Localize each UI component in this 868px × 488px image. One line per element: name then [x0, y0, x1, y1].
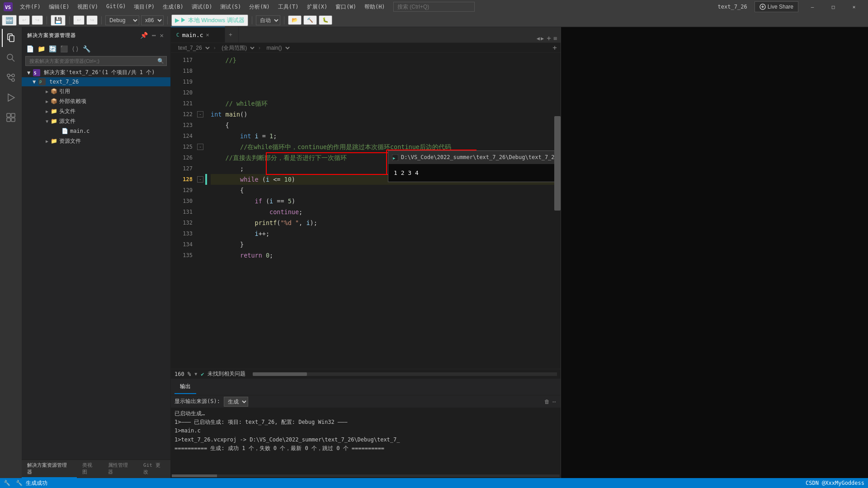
- save-all-button[interactable]: 💾: [51, 15, 66, 26]
- scope-dropdown[interactable]: (全局范围): [218, 44, 256, 52]
- output-scrollbar-track[interactable]: [172, 474, 560, 477]
- output-source-dropdown[interactable]: 生成: [224, 397, 248, 407]
- menu-build[interactable]: 生成(B): [159, 2, 187, 12]
- redo2-button[interactable]: ↪: [86, 15, 98, 25]
- tree-item-resources[interactable]: ▶ 📁 资源文件: [22, 136, 170, 146]
- chevron-down-icon: ▼: [43, 119, 51, 124]
- platform-dropdown[interactable]: x86 x64: [141, 15, 164, 25]
- redo-button[interactable]: ↪: [32, 15, 43, 25]
- sidebar-new-folder-icon[interactable]: 📁: [37, 44, 46, 53]
- split-editor-icon[interactable]: ⊞: [554, 35, 557, 42]
- menu-project[interactable]: 项目(P): [130, 2, 158, 12]
- open-folder-button[interactable]: 📂: [288, 15, 302, 25]
- output-line-5: ========== 生成: 成功 1 个，失败 0 个，最新 0 个，跳过 0…: [175, 444, 557, 453]
- sidebar-close-icon[interactable]: ✕: [159, 31, 165, 40]
- h-scrollbar-thumb[interactable]: [253, 372, 307, 376]
- fold-button-128[interactable]: -: [197, 176, 203, 183]
- undo2-button[interactable]: ↩: [73, 15, 85, 25]
- file-location-dropdown[interactable]: text_7_26: [175, 44, 211, 52]
- tab-solution-explorer[interactable]: 解决方案资源管理器: [22, 460, 77, 478]
- sidebar-more-icon[interactable]: ⋯: [151, 31, 157, 40]
- fold-125[interactable]: -: [196, 141, 205, 152]
- global-search-input[interactable]: [393, 2, 475, 12]
- menu-file[interactable]: 文件(F): [16, 2, 44, 12]
- debug-button2[interactable]: 🐛: [319, 15, 332, 25]
- sidebar-code-icon[interactable]: ⟨⟩: [71, 44, 80, 53]
- fold-button-122[interactable]: -: [197, 111, 203, 117]
- sidebar-new-file-icon[interactable]: 📄: [25, 44, 35, 53]
- fold-122[interactable]: -: [196, 109, 205, 120]
- menu-extensions[interactable]: 扩展(X): [303, 2, 331, 12]
- sidebar-filter-icon[interactable]: 🔧: [82, 44, 91, 53]
- output-tab[interactable]: 输出: [175, 380, 196, 394]
- close-button[interactable]: ✕: [844, 0, 864, 14]
- code-content[interactable]: //} // while循环 int main(): [207, 53, 554, 369]
- sidebar-collapse-icon[interactable]: ⬛: [59, 44, 69, 53]
- editor-tab-main-c[interactable]: C main.c ✕: [171, 27, 225, 42]
- scrollbar-track[interactable]: [554, 53, 561, 369]
- tab-property-manager[interactable]: 属性管理器: [103, 460, 138, 478]
- csdn-label: CSDN @XxxMyGoddess: [806, 480, 864, 486]
- file-c-icon: 📄: [61, 128, 68, 134]
- add-line-icon[interactable]: +: [552, 43, 557, 52]
- auto-dropdown[interactable]: 自动: [256, 15, 280, 25]
- menu-edit[interactable]: 编辑(E): [45, 2, 73, 12]
- menu-help[interactable]: 帮助(H): [361, 2, 389, 12]
- menu-tools[interactable]: 工具(T): [274, 2, 302, 12]
- output-scrollbar-thumb[interactable]: [172, 474, 217, 477]
- fold-button-125[interactable]: -: [197, 144, 203, 150]
- zoom-dropdown-icon[interactable]: ▼: [194, 371, 197, 376]
- line-num-127: 127: [171, 163, 196, 174]
- separator-4: [167, 16, 168, 24]
- output-wrap-button[interactable]: ↔: [552, 399, 557, 405]
- editor-tab-new[interactable]: +: [225, 27, 239, 42]
- tree-item-external-deps[interactable]: ▶ 📦 外部依赖项: [22, 96, 170, 106]
- menu-debug[interactable]: 调试(D): [188, 2, 216, 12]
- menu-view[interactable]: 视图(V): [74, 2, 102, 12]
- activity-explorer[interactable]: [2, 29, 20, 47]
- headers-folder-icon: 📁: [51, 108, 57, 114]
- project-item[interactable]: ▼ P text_7_26: [22, 77, 170, 86]
- project-expand-arrow: ▼: [33, 79, 36, 85]
- menu-git[interactable]: Git(G): [103, 2, 129, 12]
- tab-class-view[interactable]: 类视图: [77, 460, 103, 478]
- menu-analyze[interactable]: 分析(N): [245, 2, 274, 12]
- tab-close-icon[interactable]: ✕: [206, 32, 209, 38]
- member-dropdown[interactable]: main(): [263, 44, 291, 52]
- line-num-129: 129: [171, 185, 196, 196]
- activity-git[interactable]: [2, 69, 20, 87]
- fold-128[interactable]: -: [196, 174, 205, 185]
- sidebar-pin-icon[interactable]: 📌: [139, 31, 149, 40]
- live-share-button[interactable]: Live Share: [755, 1, 798, 12]
- tree-item-main-c[interactable]: 📄 main.c: [22, 126, 170, 136]
- sidebar-refresh-icon[interactable]: 🔄: [48, 44, 57, 53]
- new-button[interactable]: 🆕: [2, 15, 17, 26]
- output-clear-button[interactable]: 🗑: [544, 399, 550, 405]
- menu-test[interactable]: 测试(S): [217, 2, 245, 12]
- build-button[interactable]: 🔨: [303, 15, 317, 25]
- tab-scroll-controls: ◀ ▶ + ⊞: [537, 34, 561, 42]
- undo-button[interactable]: ↩: [19, 15, 30, 25]
- tree-item-references[interactable]: ▶ 📦 引用: [22, 86, 170, 96]
- solution-root-item[interactable]: ▼ S 解决方案'text_7_26'(1 个项目/共 1 个): [22, 68, 170, 77]
- debug-config-dropdown[interactable]: Debug Release: [105, 15, 139, 25]
- add-tab-icon[interactable]: +: [547, 34, 551, 42]
- scrollbar-thumb[interactable]: [554, 116, 561, 211]
- maximize-button[interactable]: □: [823, 0, 844, 14]
- sidebar-search-input[interactable]: [25, 56, 167, 66]
- svg-point-9: [12, 74, 14, 77]
- tab-git-changes[interactable]: Git 更改: [138, 460, 170, 478]
- minimize-button[interactable]: —: [802, 0, 823, 14]
- tab-scroll-left-icon[interactable]: ◀: [537, 35, 540, 42]
- tab-scroll-right-icon[interactable]: ▶: [541, 35, 544, 42]
- tree-item-sources[interactable]: ▼ 📁 源文件: [22, 116, 170, 126]
- activity-debug[interactable]: [2, 89, 20, 107]
- debug-popup[interactable]: ▶ D:\VS_Code\2022_summer\text_7_26\Debug…: [388, 150, 554, 182]
- tree-item-headers[interactable]: ▶ 📁 头文件: [22, 106, 170, 116]
- h-scrollbar-track[interactable]: [253, 372, 557, 376]
- activity-extensions[interactable]: [2, 108, 20, 127]
- activity-search[interactable]: [2, 49, 20, 67]
- vertical-scrollbar[interactable]: [554, 53, 561, 369]
- menu-window[interactable]: 窗口(W): [332, 2, 360, 12]
- run-button[interactable]: ▶ ▶ 本地 Windows 调试器: [171, 14, 248, 26]
